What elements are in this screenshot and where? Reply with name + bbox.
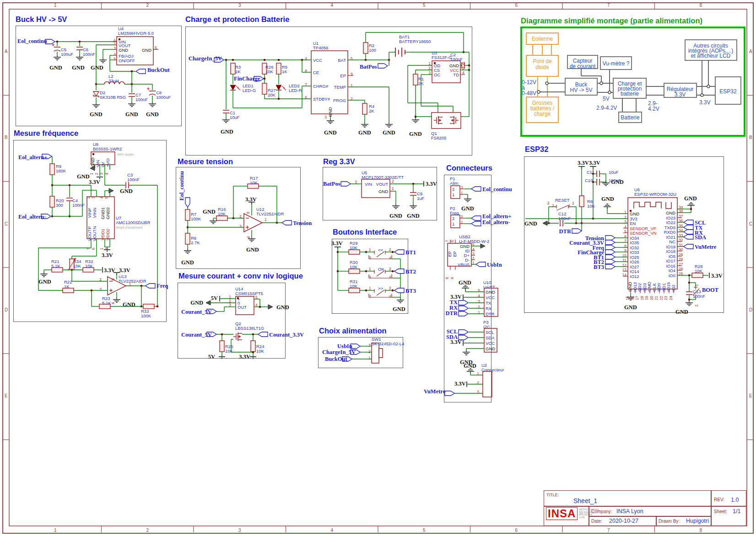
schematic-label: GND [125,112,138,118]
schematic-label: GND [624,305,637,311]
schematic-label: SK-3245D-02-L4 [372,342,404,346]
schematic-label: 8 [246,212,250,214]
schematic-label: GND [328,107,333,117]
schematic-label: 1 [368,356,371,360]
schematic-label: Ampli d'isolement [116,226,143,230]
schematic-label: GND [90,112,103,118]
schematic-label: 1 [351,84,353,88]
schematic-label: 10K [695,269,702,273]
schematic-label: 1 [90,173,94,175]
schematic-label: GND [142,48,151,53]
frame-column-label: 8 [699,528,702,533]
schematic-label: GND [630,212,639,216]
frame-row-label: A [5,49,8,54]
schematic-label: 2 [389,267,391,271]
schematic-label: VuMetre [424,389,445,395]
schematic-label: CMD [647,282,652,292]
schematic-label: 1 [624,210,626,214]
frame-row-label: B [749,135,752,140]
schematic-label: 4 [100,197,104,199]
schematic-label: 4 [113,53,116,57]
schematic-label: 26 [679,267,683,271]
schematic-label: VINP [87,208,92,218]
schematic-label: 3 [229,303,231,307]
frame-column-label: 4 [330,528,333,533]
schematic-label: GND2 [106,207,110,219]
schematic-label: IO2 [671,284,676,291]
schematic-label: C10 [585,178,593,183]
frame-column-label: 7 [607,528,610,533]
schematic-label: VINN [92,208,97,218]
section-title-choix: Choix alimentation [319,327,387,335]
frame-column-label: 4 [330,3,333,8]
schematic-label: IO0 [669,273,675,278]
frame-column-label: 1 [54,528,57,533]
sheet-value: 1/1 [733,508,740,515]
schematic-label: BatPos [323,181,340,187]
schematic-label: GND1 [101,207,105,219]
schematic-label: 1 [572,201,574,205]
schematic-label: MCP1700T-3302E/TT [362,175,404,180]
frame-row-label: E [749,394,752,398]
schematic-label: 34 [679,229,683,233]
schematic-label: SK310B R5G [100,95,126,100]
schematic-label: RX [486,306,491,311]
schematic-label: 3 [324,115,327,119]
schematic-label: VDD1 [101,229,105,240]
schematic-label: OC [434,73,440,77]
schematic-label: UART [483,285,495,289]
schematic-label: Eol_altern- [482,220,510,225]
schematic-label: BT2 [405,269,416,275]
schematic-label: 3.3V [589,160,600,166]
schematic-label: 1 [265,218,267,222]
schematic-label: EP [448,251,452,257]
schematic-label: CSM015SPT5 [235,291,263,296]
schematic-label: AMC1200SDUBR [116,220,151,225]
schematic-label: 6 [624,235,626,239]
schematic-label: BAT [338,58,346,63]
schematic-label: ESP32 [719,89,736,94]
schematic-label: 17 [635,296,639,300]
schematic-label: IO17 [666,259,675,263]
schematic-label: GND [203,209,216,215]
schematic-label: TP4056 [313,46,328,50]
frame-column-label: 6 [515,3,518,8]
section-box-charge [185,27,472,155]
schematic-label: BatPos [360,64,377,70]
schematic-label: 3.3V [675,92,686,97]
section-title-conn: Connecteurs [446,164,492,172]
schematic-label: 1K [282,70,287,74]
schematic-label: 38 [679,209,683,214]
schematic-label: 4 [105,173,109,175]
schematic-label: SDA [486,336,495,340]
schematic-label: GND [486,290,495,295]
schematic-label: 1 [452,222,454,226]
schematic-label: 10K [218,212,226,216]
schematic-label: 8 [105,248,109,250]
schematic-label: 5 [113,57,116,61]
drawn-by-label: Drawn By: [659,519,680,524]
schematic-label: IO14 [630,269,639,274]
schematic-label: VOUTP [87,226,92,241]
date-value: 2020-10-27 [609,518,638,524]
schematic-label: 4 [111,302,115,305]
company-label: Company: [591,509,612,514]
schematic-label: Tension [293,220,312,226]
section-title-charge: Charge et protection Batterie [185,15,289,24]
schematic-label: 2 [389,248,391,252]
schematic-label: 3 [478,300,480,304]
schematic-label: Courant_5V [181,309,212,315]
schematic-label: 5 [472,243,475,247]
schematic-label: 180K [56,169,66,173]
schematic-label: 5 [462,66,464,70]
schematic-label: B0303S-1WR2 [93,147,122,151]
section-title-esp32: ESP32 [525,145,548,154]
frame-column-label: 1 [54,3,57,8]
schematic-label: 2K [369,109,374,113]
schematic-label: 2 [239,214,242,219]
schematic-label: 16 [631,296,635,300]
schematic-label: 5 [105,197,109,199]
schematic-label: Freq [450,211,459,215]
frame-row-label: A [749,49,752,54]
schematic-label: GND [181,260,194,266]
